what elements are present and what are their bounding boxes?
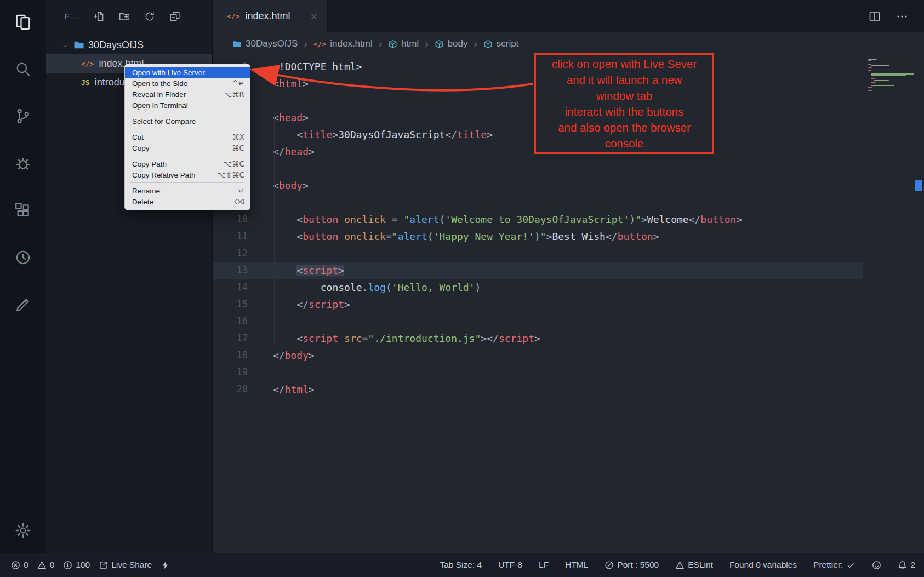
breadcrumb-label: html [401,38,419,49]
menu-item-cut[interactable]: Cut⌘X [125,132,250,142]
status-tab-size-4[interactable]: Tab Size: 4 [440,560,482,570]
line-content[interactable]: <body> [248,177,309,194]
refresh-icon[interactable] [144,10,156,22]
menu-separator [130,156,244,156]
more-actions-icon[interactable] [896,10,909,23]
menu-item-rename[interactable]: Rename↵ [125,185,250,196]
search-icon[interactable] [13,59,33,79]
line-content[interactable] [248,160,273,177]
line-content[interactable] [248,245,273,262]
menu-item-copy-path[interactable]: Copy Path⌥⌘C [125,158,250,169]
extensions-icon[interactable] [13,201,33,220]
status-prettier[interactable]: Prettier: [813,560,855,570]
minimap-line [868,64,871,65]
status-html[interactable]: HTML [565,560,588,570]
status-lightning[interactable] [161,561,170,570]
split-editor-icon[interactable] [868,10,881,23]
line-content[interactable] [248,194,273,211]
status-100[interactable]: 100 [63,560,90,570]
collapse-all-icon[interactable] [169,10,181,22]
breadcrumb-item-script[interactable]: script [483,38,519,49]
status-label: UTF-8 [498,560,522,570]
line-content[interactable]: <html> [248,75,309,92]
code-token: 'Welcome to 30DaysOfJavaScript' [445,214,629,225]
status-label: HTML [565,560,588,570]
code-token: title [303,129,332,140]
line-number: 12 [213,245,248,262]
menu-item-copy[interactable]: Copy⌘C [125,142,250,153]
status-0[interactable]: 0 [11,560,28,570]
annotation-line: console [605,135,644,151]
line-content[interactable] [248,313,273,330]
menu-item-shortcut: ⌘C [232,144,244,152]
new-file-icon[interactable] [93,10,105,22]
status-2[interactable]: 2 [898,560,915,570]
explorer-icon[interactable] [13,12,33,32]
menu-item-copy-relative-path[interactable]: Copy Relative Path⌥⇧⌘C [125,169,250,180]
line-content[interactable]: <button onclick="alert('Happy New Year!'… [248,228,659,245]
line-content[interactable]: <head> [248,109,309,126]
code-token: > [736,214,742,225]
menu-item-open-in-terminal[interactable]: Open in Terminal [125,100,250,111]
line-content[interactable]: <script src="./introduction.js"></script… [248,330,540,347]
status-utf-8[interactable]: UTF-8 [498,560,522,570]
new-folder-icon[interactable] [118,10,130,22]
tab-index-html[interactable]: </> index.html [213,0,327,32]
status-lf[interactable]: LF [539,560,549,570]
menu-item-open-to-the-side[interactable]: Open to the Side^↵ [125,78,250,89]
menu-item-open-with-live-server[interactable]: Open with Live Server [125,67,250,78]
tree-root-folder[interactable]: 30DaysOfJS [46,36,212,54]
line-number: 14 [213,279,248,296]
explorer-header: E… [46,0,212,32]
code-token: = [386,231,392,242]
menu-item-label: Copy [132,144,150,152]
line-content[interactable]: </script> [248,296,350,313]
status-0[interactable]: 0 [37,560,55,570]
code-token: </ [273,350,285,361]
run-debug-icon[interactable] [13,153,33,173]
line-content[interactable]: </head> [248,143,315,160]
code-token: alert [398,231,427,242]
status-eslint[interactable]: ESLint [675,560,713,570]
line-content[interactable] [248,92,273,109]
minimap-line [871,85,894,86]
status-found-0-variables[interactable]: Found 0 variables [729,560,797,570]
line-content[interactable]: </html> [248,381,315,398]
line-content[interactable]: <button onclick = "alert('Welcome to 30D… [248,211,742,228]
status-smiley[interactable] [872,561,881,570]
live-share-icon[interactable] [13,248,33,267]
line-content[interactable]: console.log('Hello, World') [248,279,481,296]
menu-separator [130,182,244,183]
line-content[interactable]: </body> [248,347,315,364]
breadcrumb-item-html[interactable]: html [388,38,419,49]
code-token: ) [629,214,635,225]
minimap[interactable] [868,59,919,92]
tab-close-icon[interactable] [309,12,319,21]
line-content[interactable]: <title>30DaysOfJavaScript</title> [248,126,493,143]
source-control-icon[interactable] [13,106,33,126]
status-port-5500[interactable]: Port : 5500 [604,560,659,570]
code-token: button [303,231,338,242]
line-number: 15 [213,296,248,313]
settings-icon[interactable] [13,521,33,540]
feedback-icon[interactable] [13,295,33,315]
menu-item-select-for-compare[interactable]: Select for Compare [125,116,250,127]
code-token [338,214,344,225]
breadcrumb-item-30daysofjs[interactable]: 30DaysOfJS [232,38,298,49]
line-content[interactable]: <!DOCTYPE html> [248,58,362,75]
line-content[interactable]: <script> [248,262,344,279]
code-token: < [296,129,303,140]
menu-item-delete[interactable]: Delete⌫ [125,196,250,207]
status-live-share[interactable]: Live Share [99,560,152,570]
menu-item-label: Open with Live Server [132,68,205,77]
line-content[interactable] [248,364,273,381]
port-icon [604,561,614,570]
code-token: 'Hello, World' [392,282,475,293]
menu-item-reveal-in-finder[interactable]: Reveal in Finder⌥⌘R [125,89,250,100]
breadcrumb-item-index-html[interactable]: </>index.html [313,38,373,49]
code-token: <!DOCTYPE html> [273,61,362,72]
code-token: > [303,112,309,123]
code-token: > [309,384,315,395]
breadcrumb-item-body[interactable]: body [435,38,468,49]
menu-item-shortcut: ↵ [238,186,244,195]
